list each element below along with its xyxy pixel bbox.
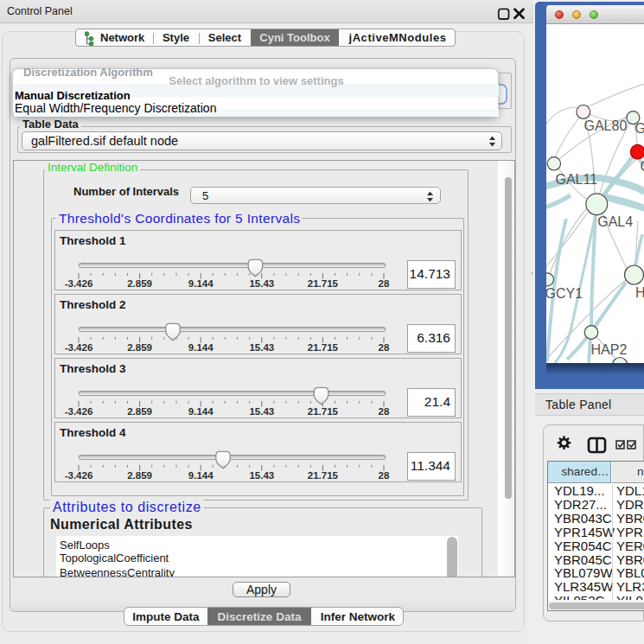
svg-text:21.715: 21.715 (308, 278, 339, 289)
svg-text:H: H (635, 285, 644, 300)
svg-text:-3.426: -3.426 (65, 470, 93, 481)
svg-text:2.859: 2.859 (127, 470, 152, 481)
svg-text:2.859: 2.859 (127, 342, 152, 353)
svg-text:21.715: 21.715 (308, 342, 339, 353)
svg-text:15.43: 15.43 (249, 470, 274, 481)
svg-text:28: 28 (379, 342, 390, 353)
svg-text:GCY1: GCY1 (546, 286, 583, 301)
svg-text:GAL4: GAL4 (597, 214, 633, 229)
svg-text:21.715: 21.715 (308, 406, 339, 417)
svg-text:15.43: 15.43 (249, 278, 274, 289)
svg-text:2.859: 2.859 (127, 278, 152, 289)
svg-text:C: C (641, 159, 644, 174)
svg-text:9.144: 9.144 (188, 406, 214, 417)
svg-text:15.43: 15.43 (249, 406, 274, 417)
svg-text:9.144: 9.144 (188, 278, 214, 289)
svg-text:-3.426: -3.426 (65, 278, 93, 289)
svg-text:HAP2: HAP2 (591, 342, 628, 357)
svg-text:15.43: 15.43 (249, 342, 274, 353)
svg-text:28: 28 (379, 278, 390, 289)
svg-text:28: 28 (379, 406, 390, 417)
svg-text:21.715: 21.715 (308, 470, 339, 481)
svg-text:9.144: 9.144 (188, 342, 214, 353)
svg-text:2.859: 2.859 (127, 406, 152, 417)
svg-text:9.144: 9.144 (188, 470, 214, 481)
svg-text:28: 28 (379, 470, 390, 481)
svg-text:-3.426: -3.426 (65, 406, 93, 417)
svg-text:-3.426: -3.426 (65, 342, 93, 353)
svg-text:GAL11: GAL11 (556, 172, 598, 187)
svg-text:GAL80: GAL80 (584, 118, 628, 133)
